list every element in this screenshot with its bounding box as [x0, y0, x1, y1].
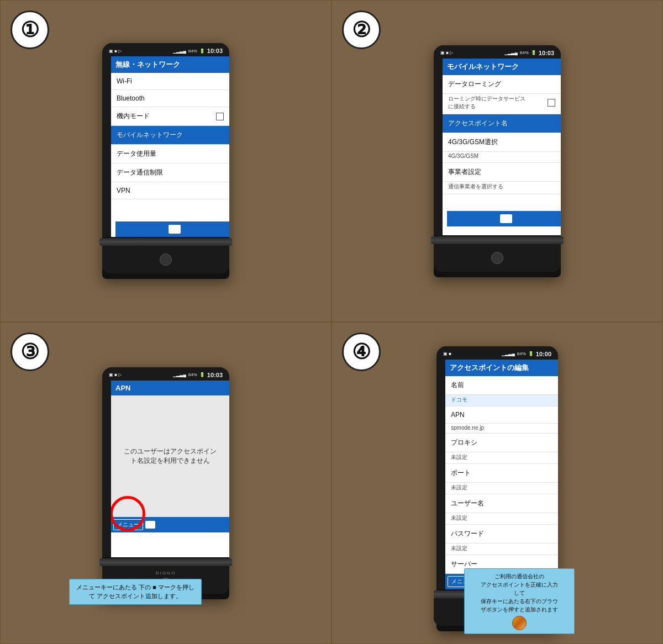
screen-3-title: APN: [111, 381, 229, 395]
network-select-item[interactable]: 4G/3G/GSM選択: [443, 133, 561, 152]
airplane-label: 機内モード: [117, 112, 150, 121]
password-field[interactable]: パスワード: [445, 525, 558, 543]
status-icons-1: ▣ ■ ▷: [109, 49, 122, 54]
phone-3: ▣ ■ ▷ ▁▂▃▄ 84% 🔋 10:03 APN このユーザーはアクセスポイ…: [102, 367, 229, 599]
apn-item[interactable]: アクセスポイント名: [443, 114, 561, 133]
signal-icon-2: ▁▂▃▄: [504, 50, 518, 55]
port-value: 未設定: [451, 484, 467, 490]
sim-icon-3: ▣ ■ ▷: [109, 372, 122, 377]
phone-1: ▣ ■ ▷ ▁▂▃▄ 84% 🔋 10:03 無線・ネットワーク Wi-Fi B…: [102, 43, 229, 279]
battery-pct-2: 84%: [520, 50, 529, 55]
signal-icon-3: ▁▂▃▄: [173, 372, 186, 377]
sim-icon-4: ▣ ■: [443, 351, 451, 356]
home-btn-3[interactable]: [145, 521, 155, 529]
time-display-3: 10:03: [207, 372, 223, 378]
carrier-sub: 通信事業者を選択する: [448, 183, 503, 189]
sim-icon: ▣ ■ ▷: [109, 49, 122, 54]
screen-1: 無線・ネットワーク Wi-Fi Bluetooth 機内モード モバイルネットワ…: [111, 56, 229, 237]
airplane-checkbox[interactable]: [216, 113, 224, 120]
status-icons-3: ▣ ■ ▷: [109, 372, 122, 377]
data-usage-item[interactable]: データ使用量: [111, 145, 229, 163]
home-circle-2[interactable]: [491, 252, 503, 264]
phone-2-bottom: [434, 244, 561, 272]
proxy-field[interactable]: プロキシ: [445, 434, 558, 452]
step-3-annotation: メニューキーにあたる 下の ■ マークを押して アクセスポイント追加します。: [69, 579, 202, 605]
screen-2-title: モバイルネットワーク: [443, 59, 561, 75]
signal-icon: ▁▂▃▄: [173, 49, 186, 54]
data-limit-label: データ通信制限: [117, 168, 163, 177]
time-display-4: 10:00: [536, 351, 551, 357]
data-roaming-item[interactable]: データローミング: [443, 75, 561, 94]
network-select-sub: 4G/3G/GSM: [448, 153, 478, 159]
bluetooth-item[interactable]: Bluetooth: [111, 90, 229, 107]
mobile-network-item[interactable]: モバイルネットワーク: [111, 126, 229, 145]
step-4-panel: ④ ▣ ■ ▁▂▃▄ 84% 🔋 10:00 アクセスポイントの編集: [332, 322, 663, 644]
status-icons-2: ▣ ■ ▷: [440, 50, 453, 55]
apn-message: このユーザーはアクセスポイント名設定を利用できません: [111, 395, 229, 517]
phone-2-hinge: [431, 236, 564, 244]
phone-brand: DIGNO: [156, 571, 176, 576]
proxy-value: 未設定: [451, 454, 467, 460]
phone-2: ▣ ■ ▷ ▁▂▃▄ 84% 🔋 10:03 モバイルネットワーク データローミ…: [434, 45, 561, 277]
phone-2-top: ▣ ■ ▷ ▁▂▃▄ 84% 🔋 10:03 モバイルネットワーク データローミ…: [434, 45, 561, 235]
screen-3: APN このユーザーはアクセスポイント名設定を利用できません メニュー: [111, 381, 229, 557]
menu-bar-3: メニュー: [111, 517, 229, 532]
status-bar-3: ▣ ■ ▷ ▁▂▃▄ 84% 🔋 10:03: [107, 369, 225, 381]
apn-field-label[interactable]: APN: [445, 407, 558, 424]
step-2-badge: ②: [342, 10, 381, 49]
screen-4: アクセスポイントの編集 名前 ドコモ APN spmode.ne.jp プロキシ: [445, 360, 558, 589]
data-roaming-label: データローミング: [448, 80, 501, 89]
roaming-sub: ローミング時にデータサービスに接続する: [448, 95, 525, 110]
data-usage-label: データ使用量: [117, 149, 156, 159]
status-icons-4: ▣ ■: [443, 351, 451, 356]
phone-3-top: ▣ ■ ▷ ▁▂▃▄ 84% 🔋 10:03 APN このユーザーはアクセスポイ…: [102, 367, 229, 557]
annotation-text-4: ご利用の通信会社のアクセスポイントを正確に入力して保存キーにあたる右下のブラウザ…: [481, 573, 558, 613]
apn-value: spmode.ne.jp: [451, 425, 484, 431]
time-display-1: 10:03: [207, 47, 223, 54]
data-limit-item[interactable]: データ通信制限: [111, 163, 229, 182]
annotation-text-3: メニューキーにあたる 下の ■ マークを押して アクセスポイント追加します。: [76, 584, 194, 600]
step-3-badge: ③: [10, 332, 49, 371]
signal-icon-4: ▁▂▃▄: [502, 351, 515, 356]
step-1-panel: ① ▣ ■ ▷ ▁▂▃▄ 84% 🔋 10:03 無線・ネットワーク Wi-Fi: [0, 0, 332, 322]
nav-bar-1: [115, 221, 229, 237]
screen-2: モバイルネットワーク データローミング ローミング時にデータサービスに接続する …: [443, 59, 561, 235]
roaming-checkbox[interactable]: [548, 99, 555, 107]
vpn-label: VPN: [117, 187, 130, 194]
battery-pct-4: 84%: [517, 351, 526, 356]
mobile-network-label: モバイルネットワーク: [117, 130, 183, 140]
status-bar-2: ▣ ■ ▷ ▁▂▃▄ 84% 🔋 10:03: [438, 47, 556, 59]
browser-button-icon: [512, 616, 527, 630]
vpn-item[interactable]: VPN: [111, 182, 229, 199]
wifi-label: Wi-Fi: [117, 77, 132, 85]
wifi-item[interactable]: Wi-Fi: [111, 73, 229, 90]
network-select-label: 4G/3G/GSM選択: [448, 138, 498, 147]
status-bar-1: ▣ ■ ▷ ▁▂▃▄ 84% 🔋 10:03: [107, 45, 225, 56]
phone-3-hinge: [99, 558, 232, 566]
battery-icon-4: 🔋: [528, 351, 534, 356]
battery-full-icon: 🔋: [199, 49, 205, 54]
screen-1-title: 無線・ネットワーク: [111, 56, 229, 73]
name-label: 名前: [451, 381, 464, 390]
battery-icon-2: 🔋: [531, 50, 536, 55]
step-2-panel: ② ▣ ■ ▷ ▁▂▃▄ 84% 🔋 10:03 モバイルネットワーク データロ…: [332, 0, 663, 322]
menu-button-3[interactable]: メニュー: [113, 519, 143, 530]
server-label: サーバー: [451, 559, 477, 569]
name-field-label[interactable]: 名前: [445, 376, 558, 395]
port-label: ポート: [451, 468, 471, 478]
home-button-1[interactable]: [169, 225, 181, 234]
apn-label: アクセスポイント名: [448, 119, 508, 128]
apn-restriction-text: このユーザーはアクセスポイント名設定を利用できません: [122, 447, 218, 466]
password-label: パスワード: [451, 529, 484, 539]
step-3-panel: ③ ▣ ■ ▷ ▁▂▃▄ 84% 🔋 10:03 APN: [0, 322, 332, 644]
username-label: ユーザー名: [451, 499, 484, 508]
username-value: 未設定: [451, 515, 467, 521]
home-button-2[interactable]: [500, 214, 512, 223]
airplane-item[interactable]: 機内モード: [111, 107, 229, 126]
status-bar-4: ▣ ■ ▁▂▃▄ 84% 🔋 10:00: [441, 349, 554, 360]
port-field[interactable]: ポート: [445, 464, 558, 483]
carrier-item[interactable]: 事業者設定: [443, 163, 561, 182]
home-circle-1[interactable]: [160, 254, 172, 266]
username-field[interactable]: ユーザー名: [445, 494, 558, 513]
nav-bar-2: [447, 211, 561, 226]
